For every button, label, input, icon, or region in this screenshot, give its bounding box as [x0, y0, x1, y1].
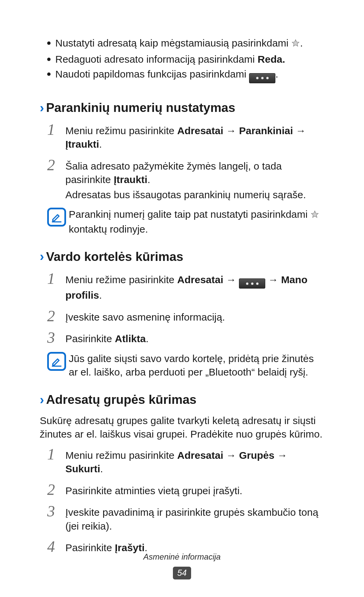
- step-number: 1: [47, 122, 65, 138]
- more-options-icon: [249, 73, 275, 83]
- intro-bullet: Nustatyti adresatą kaip mėgstamiausią pa…: [47, 36, 324, 51]
- step-item: 1Meniu režimu pasirinkite Adresatai → Gr…: [47, 447, 324, 477]
- chevron-right-icon: ›: [40, 99, 44, 117]
- intro-bullet-list: Nustatyti adresatą kaip mėgstamiausią pa…: [47, 36, 324, 83]
- step-item: 1Meniu režimu pasirinkite Adresatai → Pa…: [47, 122, 324, 153]
- steps-list: 1Meniu režime pasirinkite Adresatai → → …: [47, 271, 324, 347]
- step-number: 2: [47, 157, 65, 173]
- page-number: 54: [173, 567, 191, 579]
- note-icon: [47, 208, 66, 227]
- chevron-right-icon: ›: [40, 391, 44, 409]
- page-footer: Asmeninė informacija 54: [0, 551, 364, 579]
- more-options-icon: [239, 278, 265, 289]
- section-heading: ›Adresatų grupės kūrimas: [40, 391, 324, 409]
- step-item: 3Įveskite pavadinimą ir pasirinkite grup…: [47, 504, 324, 534]
- intro-bullet: Redaguoti adresato informaciją pasirinkd…: [47, 53, 324, 66]
- chevron-right-icon: ›: [40, 248, 44, 265]
- section-intro: Sukūrę adresatų grupes galite tvarkyti k…: [40, 414, 324, 441]
- intro-bullet: Naudoti papildomas funkcijas pasirinkdam…: [47, 67, 324, 83]
- note-icon: [47, 352, 66, 371]
- step-number: 1: [47, 271, 65, 287]
- section-heading: ›Vardo kortelės kūrimas: [40, 248, 324, 265]
- step-number: 3: [47, 330, 65, 346]
- step-item: 2Įveskite savo asmeninę informaciją.: [47, 308, 324, 326]
- note-block: Parankinį numerį galite taip pat nustaty…: [47, 208, 324, 236]
- step-item: 2Pasirinkite atminties vietą grupei įraš…: [47, 482, 324, 499]
- step-item: 2Šalia adresato pažymėkite žymės langelį…: [47, 157, 324, 203]
- note-block: Jūs galite siųsti savo vardo kortelę, pr…: [47, 352, 324, 379]
- step-number: 2: [47, 308, 65, 324]
- step-item: 3Pasirinkite Atlikta.: [47, 330, 324, 347]
- section-heading: ›Parankinių numerių nustatymas: [40, 99, 324, 117]
- star-icon: [291, 37, 300, 51]
- step-number: 1: [47, 447, 65, 462]
- steps-list: 1Meniu režimu pasirinkite Adresatai → Pa…: [47, 122, 324, 203]
- step-number: 3: [47, 504, 65, 519]
- star-icon: [310, 209, 319, 222]
- footer-title: Asmeninė informacija: [0, 551, 364, 562]
- step-number: 2: [47, 482, 65, 498]
- steps-list: 1Meniu režimu pasirinkite Adresatai → Gr…: [47, 447, 324, 556]
- step-item: 1Meniu režime pasirinkite Adresatai → → …: [47, 271, 324, 304]
